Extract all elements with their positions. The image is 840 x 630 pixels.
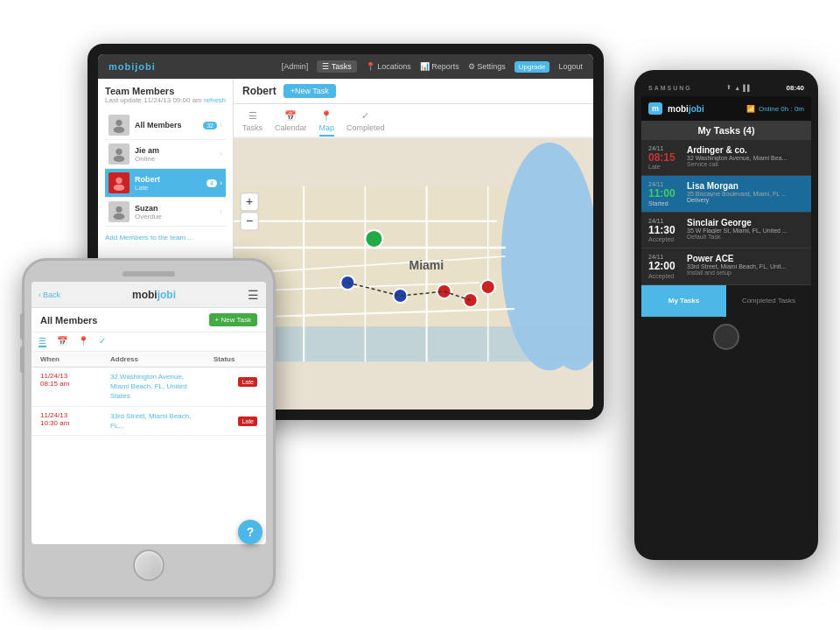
last-update: Last update 11/24/13 09:00 am refresh (105, 96, 226, 104)
col-address: Address (110, 355, 214, 363)
volume-up-button[interactable] (20, 313, 24, 340)
task-type: Default Task (687, 234, 804, 240)
android-device: SAMSUNG ⬆ ▲ ▌▌ 08:40 m mobijobi 📶 Online… (634, 70, 818, 560)
member-all[interactable]: All Members 32 › (105, 111, 226, 140)
task-addr: 33rd Street, Miami Beach, FL, Unit... (687, 263, 792, 270)
member-name: Jie am (135, 146, 220, 155)
volume-down-button[interactable] (20, 346, 24, 373)
svg-text:−: − (246, 214, 253, 228)
main-user-name: Robert (242, 85, 276, 97)
task-type: Delivery (687, 197, 804, 203)
iphone-device: ‹ Back mobijobi ☰ All Members + New Task… (22, 258, 276, 599)
admin-link[interactable]: [Admin] (282, 62, 309, 71)
late-badge: Late (238, 377, 257, 387)
task-date: 11/24/1310:30 am (40, 411, 110, 427)
back-chevron-icon: ‹ (38, 290, 41, 299)
tab-calendar[interactable]: 📅 (57, 336, 67, 347)
svg-text:Miami: Miami (409, 258, 444, 272)
member-badge: 4 (206, 179, 217, 187)
tab-completed[interactable]: ✓ (99, 336, 106, 347)
iphone-header: All Members + New Task (32, 308, 266, 332)
member-status: Late (135, 184, 206, 192)
android-bottom-tabs: My Tasks Completed Tasks (641, 285, 811, 317)
svg-rect-11 (234, 326, 593, 361)
tab-calendar[interactable]: 📅 Calendar (275, 108, 307, 136)
new-task-button[interactable]: + New Task (209, 313, 257, 326)
android-task-item[interactable]: 24/11 12:00 Accepted Power ACE 33rd Stre… (641, 248, 811, 284)
help-button[interactable]: ? (238, 520, 262, 544)
iphone-tabs: ☰ 📅 📍 ✓ (32, 332, 266, 352)
main-header: Robert +New Task (234, 79, 593, 104)
member-robert[interactable]: Robert Late 4 › (105, 169, 226, 198)
android-status-icons: ⬆ ▲ ▌▌ (726, 84, 752, 91)
android-task-item[interactable]: 24/11 08:15 Late Ardinger & co. 32 Washi… (641, 140, 811, 176)
task-time: 11:00 (648, 187, 682, 200)
task-status-badge: Late (238, 411, 257, 427)
logout-link[interactable]: Logout (558, 62, 583, 71)
member-arrow-icon: › (220, 121, 222, 130)
svg-point-27 (365, 230, 382, 248)
task-type: Install and setup (687, 270, 804, 276)
task-status-badge: Late (238, 372, 257, 388)
menu-icon[interactable]: ☰ (248, 288, 259, 302)
android-task-item[interactable]: 24/11 11:30 Accepted Sinclair George 35 … (641, 213, 811, 248)
iphone-logo: mobijobi (60, 289, 248, 301)
locations-link[interactable]: 📍 Locations (366, 62, 411, 71)
my-tasks-tab[interactable]: My Tasks (641, 285, 726, 317)
member-info: Suzan Overdue (135, 204, 220, 220)
task-addr: 32 Washington Avenue, Miami Bea... (687, 155, 792, 161)
member-info: Jie am Online (135, 146, 220, 163)
android-logo: mobijobi (668, 104, 704, 114)
tab-completed[interactable]: ✓ Completed (346, 108, 385, 136)
samsung-brand: SAMSUNG (648, 85, 692, 91)
android-section-title: My Tasks (4) (641, 121, 811, 140)
tab-map[interactable]: 📍 (78, 336, 88, 347)
new-task-button[interactable]: +New Task (284, 84, 336, 98)
member-suzan[interactable]: Suzan Overdue › (105, 198, 226, 227)
signal-icon: ▌▌ (743, 85, 752, 91)
task-date: 24/11 (648, 145, 682, 151)
task-info: Lisa Morgan 35 Biscayne Boulevard, Miami… (687, 181, 804, 206)
iphone-screen: ‹ Back mobijobi ☰ All Members + New Task… (32, 282, 266, 544)
reports-link[interactable]: 📊 Reports (420, 62, 459, 71)
iphone-home-area (32, 550, 266, 581)
check-icon: ✓ (361, 110, 369, 122)
task-date: 24/11 (648, 254, 682, 260)
android-home-button[interactable] (713, 324, 739, 350)
tab-list[interactable]: ☰ (38, 336, 46, 347)
task-row[interactable]: 11/24/1310:30 am 33rd Street, Miami Beac… (32, 407, 266, 436)
task-status: Started (648, 200, 682, 206)
tablet-logo: mobijobi (108, 61, 156, 72)
task-address: 32 Washington Avenue,Miami Beach, FL, Un… (110, 372, 238, 402)
svg-point-4 (116, 178, 122, 184)
task-date: 24/11 (648, 218, 682, 224)
task-row[interactable]: 11/24/1308:15 am 32 Washington Avenue,Mi… (32, 368, 266, 407)
tablet-map: Miami + − (234, 138, 593, 410)
back-button[interactable]: ‹ Back (38, 290, 60, 299)
completed-tasks-tab[interactable]: Completed Tasks (726, 285, 811, 317)
add-members-link[interactable]: Add Members to the team ... (105, 234, 226, 242)
tab-map[interactable]: 📍 Map (319, 108, 335, 136)
iphone-navbar: ‹ Back mobijobi ☰ (32, 282, 266, 308)
svg-text:+: + (246, 194, 253, 208)
tasks-link[interactable]: ☰ Tasks (317, 60, 356, 73)
task-address: 33rd Street, Miami Beach,FL... (110, 411, 238, 430)
member-name: Suzan (135, 204, 220, 213)
upgrade-link[interactable]: Upgrade (514, 61, 550, 73)
member-jie[interactable]: Jie am Online › (105, 140, 226, 169)
usb-icon: ⬆ (726, 84, 732, 91)
android-task-item[interactable]: 24/11 11:00 Started Lisa Morgan 35 Bisca… (641, 176, 811, 212)
member-avatar (108, 144, 130, 164)
iphone-home-button[interactable] (133, 550, 164, 581)
member-avatar (108, 201, 130, 222)
map-icon: 📍 (320, 110, 332, 122)
svg-point-1 (114, 127, 125, 133)
col-when: When (40, 355, 110, 363)
svg-point-22 (340, 276, 354, 290)
member-arrow-icon: › (220, 178, 222, 187)
tab-tasks[interactable]: ☰ Tasks (242, 108, 262, 136)
settings-link[interactable]: ⚙ Settings (468, 62, 506, 71)
task-time: 08:15 (648, 151, 682, 164)
task-status: Accepted (648, 273, 682, 279)
task-status: Late (648, 164, 682, 170)
